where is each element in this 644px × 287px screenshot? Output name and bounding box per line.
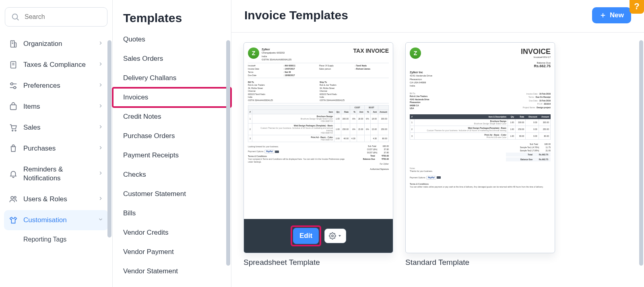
svg-rect-15 (10, 105, 17, 109)
nav-items[interactable]: Items (4, 97, 108, 117)
templates-heading: Templates (123, 11, 231, 25)
payment-options-label: Payment Options: (248, 150, 264, 153)
caret-down-icon (338, 234, 342, 238)
svg-point-16 (12, 130, 13, 131)
sidebar-scroll-thumb[interactable] (107, 40, 111, 237)
template-card-spreadsheet-wrap: Z Zylker Chengalpattu 603202IndiaGSTIN 3… (244, 42, 393, 267)
nav-label: Items (23, 103, 40, 111)
template-type-customer-statement[interactable]: Customer Statement (113, 184, 231, 204)
chevron-right-icon (98, 195, 103, 203)
nav-label: Organization (23, 40, 62, 48)
template-type-invoices[interactable]: Invoices (113, 88, 231, 107)
template-type-payment-receipts[interactable]: Payment Receipts (113, 146, 231, 165)
svg-marker-23 (339, 235, 341, 237)
invoice-preview-spreadsheet: Z Zylker Chengalpattu 603202IndiaGSTIN 3… (244, 43, 393, 219)
search-icon (11, 12, 20, 21)
payment-options-label: Payment Options: (410, 176, 426, 179)
template-cards-row: Z Zylker Chengalpattu 603202IndiaGSTIN 3… (231, 33, 644, 271)
template-type-quotes[interactable]: Quotes (113, 30, 231, 49)
chevron-right-icon (98, 124, 103, 132)
page-title: Invoice Templates (244, 8, 348, 22)
template-type-delivery-challans[interactable]: Delivery Challans (113, 68, 231, 88)
notes-label: Notes (410, 167, 415, 169)
cart-icon (9, 123, 18, 132)
template-caption: Spreadsheet Template (244, 258, 393, 267)
invoice-title: INVOICE (521, 47, 551, 56)
building-icon (9, 39, 18, 48)
nav-label: Reporting Tags (23, 236, 66, 243)
invoice-line-items-table: #Item & DescriptionQtyRateDiscountAmount… (410, 114, 551, 140)
svg-point-0 (12, 14, 18, 19)
svg-point-10 (14, 87, 16, 89)
terms-heading: Terms & Conditions (248, 155, 267, 157)
paypal-icon: PayPal (426, 176, 436, 180)
gear-icon (329, 232, 336, 240)
help-button[interactable]: ? (630, 0, 644, 14)
chevron-right-icon (98, 103, 103, 111)
tax-group-sgst: SGST (365, 105, 378, 110)
company-logo-icon: Z (248, 47, 259, 59)
notes-body: Thanks for your business. (410, 170, 433, 172)
nav-label: Purchases (23, 145, 56, 153)
search-input[interactable] (24, 13, 101, 21)
terms-heading: Terms & Conditions (410, 183, 429, 185)
nav-sales[interactable]: Sales (4, 118, 108, 138)
nav-label: Taxes & Compliance (23, 61, 86, 69)
template-card-standard[interactable]: Z INVOICE Invoice# INV-17 Balance Due Rs… (405, 42, 555, 253)
card-icon (437, 176, 441, 179)
invoice-preview-standard: Z INVOICE Invoice# INV-17 Balance Due Rs… (406, 43, 555, 253)
nav-label: Preferences (23, 82, 60, 90)
template-action-bar: Edit (244, 219, 393, 253)
main-scroll-thumb[interactable] (639, 40, 643, 266)
template-type-purchase-orders[interactable]: Purchase Orders (113, 126, 231, 146)
template-card-spreadsheet[interactable]: Z Zylker Chengalpattu 603202IndiaGSTIN 3… (244, 42, 393, 253)
nav-reporting-tags[interactable]: Reporting Tags (4, 231, 108, 248)
templates-list: QuotesSales OrdersDelivery ChallansInvoi… (113, 30, 231, 287)
template-card-standard-wrap: Z INVOICE Invoice# INV-17 Balance Due Rs… (405, 42, 555, 267)
svg-point-9 (11, 83, 13, 85)
nav-users[interactable]: Users & Roles (4, 189, 108, 209)
sliders-icon (9, 81, 18, 90)
nav-taxes[interactable]: Taxes & Compliance (4, 55, 108, 75)
chevron-right-icon (98, 145, 103, 153)
template-type-vendor-statement[interactable]: Vendor Statement (113, 262, 231, 281)
template-type-checks[interactable]: Checks (113, 165, 231, 184)
shopping-bag-icon (9, 144, 18, 153)
tax-group-cgst: CGST (350, 105, 365, 110)
terms-body: You can either make online payment or pa… (410, 186, 543, 188)
nav-label: Reminders & Notifications (23, 165, 92, 183)
nav-preferences[interactable]: Preferences (4, 76, 108, 96)
terms-body: Your company's Terms and Conditions will… (248, 158, 345, 163)
nav-customisation[interactable]: Customisation (4, 210, 108, 230)
svg-rect-3 (14, 43, 17, 47)
template-type-sales-orders[interactable]: Sales Orders (113, 49, 231, 68)
bill-to-label: Bill To (248, 81, 254, 83)
edit-highlight: Edit (291, 225, 321, 246)
bag-icon (9, 102, 18, 111)
template-type-credit-notes[interactable]: Credit Notes (113, 107, 231, 126)
templates-panel: Templates QuotesSales OrdersDelivery Cha… (113, 0, 231, 287)
nav-label: Users & Roles (23, 195, 67, 203)
nav-organization[interactable]: Organization (4, 34, 108, 54)
svg-point-18 (11, 196, 13, 199)
template-settings-button[interactable] (324, 229, 346, 243)
template-type-bills[interactable]: Bills (113, 204, 231, 223)
template-type-journals[interactable]: Journals (113, 281, 231, 287)
nav-reminders[interactable]: Reminders & Notifications (4, 159, 108, 188)
nav-label: Sales (23, 124, 41, 132)
edit-template-button[interactable]: Edit (293, 228, 319, 244)
templates-scroll-thumb[interactable] (226, 40, 230, 266)
balance-due-value: Rs.662.75 (521, 64, 551, 68)
template-type-vendor-payment[interactable]: Vendor Payment (113, 242, 231, 262)
main-content: Invoice Templates New Z Zylker Chengalpa… (231, 0, 644, 287)
chevron-right-icon (98, 82, 103, 90)
nav-purchases[interactable]: Purchases (4, 138, 108, 159)
card-icon (275, 151, 279, 153)
template-caption: Standard Template (405, 258, 555, 267)
template-type-vendor-credits[interactable]: Vendor Credits (113, 223, 231, 242)
bill-to-label: Bill To: (410, 92, 416, 95)
tshirt-icon (9, 216, 18, 225)
search-box[interactable] (5, 7, 107, 27)
plus-icon (599, 12, 607, 19)
new-template-button[interactable]: New (592, 7, 631, 23)
